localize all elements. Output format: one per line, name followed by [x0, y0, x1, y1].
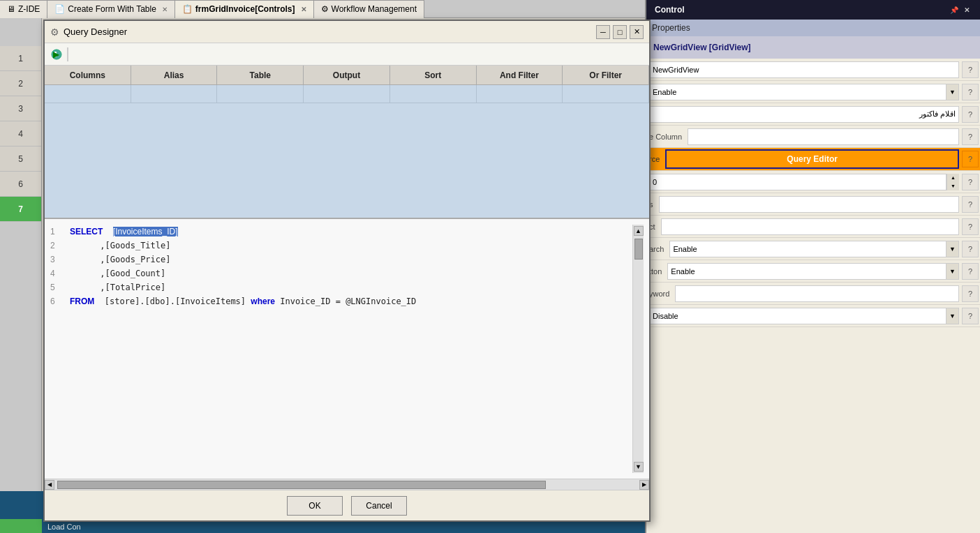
- prop-select-search-arrow[interactable]: ▼: [946, 241, 958, 257]
- cell-1-2[interactable]: [131, 85, 218, 103]
- prop-help-source[interactable]: ?: [962, 151, 979, 167]
- create-form-icon: 📄: [54, 4, 65, 14]
- tab-create-form[interactable]: 📄 Create Form With Table ✕: [47, 0, 175, 18]
- prop-help-field2[interactable]: ?: [962, 218, 979, 235]
- prop-input-number[interactable]: [649, 174, 946, 190]
- prop-value-field1: [656, 195, 963, 214]
- sql-editor[interactable]: 1 2 3 4 5 6 SELECT [InvoiceItems_ID] ,[G…: [45, 219, 649, 479]
- tab-z-ide[interactable]: 🖥 Z-IDE: [0, 0, 47, 18]
- tab-workflow[interactable]: ⚙ Workflow Management: [314, 0, 425, 18]
- prop-help-keyword[interactable]: ?: [962, 285, 979, 302]
- prop-value-status: Disable ▼: [646, 306, 962, 326]
- tab-frm-grid[interactable]: 📋 frmGridInvoice[Controls] ✕: [175, 0, 314, 18]
- cancel-button[interactable]: Cancel: [351, 496, 407, 516]
- prop-help-column[interactable]: ?: [962, 128, 979, 145]
- scroll-right-arrow[interactable]: ▶: [639, 480, 649, 490]
- scroll-up-arrow[interactable]: ▲: [634, 226, 644, 236]
- sql-scrollbar-h[interactable]: ◀ ▶: [45, 479, 649, 490]
- prop-select-button[interactable]: Enable ▼: [667, 263, 959, 280]
- dialog-buttons: OK Cancel: [45, 490, 649, 520]
- properties-panel: Control 📌 ✕ Properties NewGridView [Grid…: [645, 0, 980, 533]
- grid-header: Columns Alias Table Output Sort And Filt…: [45, 66, 649, 85]
- grid-row-1[interactable]: [45, 85, 649, 103]
- prop-value-search: Enable ▼: [667, 239, 962, 259]
- scroll-thumb-v[interactable]: [634, 239, 643, 260]
- prop-select-status-arrow[interactable]: ▼: [946, 308, 958, 324]
- cell-1-3[interactable]: [217, 85, 304, 103]
- cell-1-6[interactable]: [477, 85, 563, 103]
- prop-help-enable[interactable]: ?: [962, 84, 979, 100]
- prop-select-search-text: Enable: [670, 243, 946, 255]
- prop-input-field2[interactable]: [661, 218, 959, 235]
- prop-input-column[interactable]: [688, 128, 959, 145]
- cell-1-4[interactable]: [304, 85, 390, 103]
- prop-help-search[interactable]: ?: [962, 241, 979, 257]
- prop-pin-btn[interactable]: 📌: [949, 5, 959, 15]
- dialog-close-btn[interactable]: ✕: [630, 25, 644, 39]
- grid-rows: [45, 85, 649, 218]
- sql-code[interactable]: SELECT [InvoiceItems_ID] ,[Goods_Title] …: [70, 225, 632, 473]
- prop-value-keyword: [672, 284, 962, 303]
- left-sidebar: 1 2 3 4 5 6 7: [0, 18, 42, 533]
- toolbar-run-btn[interactable]: ▶: [47, 45, 66, 63]
- prop-close-btn[interactable]: ✕: [962, 5, 972, 15]
- tab-close-create-form[interactable]: ✕: [162, 6, 168, 13]
- prop-value-number: ▲ ▼: [646, 172, 962, 192]
- z-ide-icon: 🖥: [7, 4, 15, 14]
- properties-header-btns: 📌 ✕: [949, 5, 972, 15]
- prop-value-button: Enable ▼: [665, 262, 962, 281]
- prop-input-name[interactable]: [649, 61, 959, 78]
- query-designer-dialog: ⚙ Query Designer ─ □ ✕ ▶ Columns: [43, 20, 651, 522]
- prop-value-column: [685, 127, 962, 147]
- prop-help-field1[interactable]: ?: [962, 196, 979, 213]
- row-1: 1: [0, 46, 41, 71]
- prop-input-caption[interactable]: [649, 106, 959, 123]
- query-editor-label: Query Editor: [787, 154, 838, 164]
- frm-grid-icon: 📋: [182, 4, 193, 14]
- workflow-icon: ⚙: [321, 4, 329, 14]
- ok-button[interactable]: OK: [287, 496, 343, 516]
- spinner-down[interactable]: ▼: [947, 182, 959, 190]
- prop-select-enable-arrow[interactable]: ▼: [946, 84, 958, 100]
- status-line-4: Load Con: [47, 523, 639, 531]
- dialog-maximize-btn[interactable]: □: [613, 25, 627, 39]
- scroll-down-arrow[interactable]: ▼: [634, 462, 644, 472]
- prop-value-source: Query Editor: [662, 148, 962, 170]
- cell-1-7[interactable]: [563, 85, 649, 103]
- prop-row-field2: ct ?: [646, 216, 980, 238]
- scroll-left-arrow[interactable]: ◀: [45, 480, 54, 490]
- prop-label-column: e Column: [646, 133, 685, 141]
- prop-help-name[interactable]: ?: [962, 61, 979, 78]
- grid-area: Columns Alias Table Output Sort And Filt…: [45, 66, 649, 219]
- properties-component-title: NewGridView [GridView]: [646, 36, 980, 59]
- prop-help-caption[interactable]: ?: [962, 106, 979, 123]
- prop-input-keyword[interactable]: [675, 285, 959, 302]
- query-editor-button[interactable]: Query Editor: [665, 149, 959, 169]
- cell-1-5[interactable]: [390, 85, 477, 103]
- prop-row-status: Disable ▼ ?: [646, 305, 980, 327]
- sql-area: 1 2 3 4 5 6 SELECT [InvoiceItems_ID] ,[G…: [45, 219, 649, 490]
- col-output: Output: [304, 66, 390, 84]
- toolbar-divider: [67, 47, 68, 61]
- cell-1-1[interactable]: [45, 85, 131, 103]
- prop-select-search[interactable]: Enable ▼: [669, 241, 959, 257]
- prop-help-status[interactable]: ?: [962, 308, 979, 324]
- prop-select-status-text: Disable: [650, 310, 946, 322]
- prop-select-button-arrow[interactable]: ▼: [946, 264, 958, 279]
- spinner-up[interactable]: ▲: [947, 174, 959, 182]
- status-green-bar: [0, 519, 42, 533]
- col-or-filter: Or Filter: [563, 66, 649, 84]
- sql-scrollbar-v[interactable]: ▲ ▼: [632, 225, 644, 473]
- prop-help-button[interactable]: ?: [962, 263, 979, 280]
- prop-select-status[interactable]: Disable ▼: [649, 308, 959, 324]
- line-numbers: 1 2 3 4 5 6: [50, 225, 70, 473]
- prop-input-field1[interactable]: [659, 196, 960, 213]
- prop-help-number[interactable]: ?: [962, 174, 979, 190]
- dialog-minimize-btn[interactable]: ─: [596, 25, 610, 39]
- prop-select-enable[interactable]: Enable ▼: [649, 84, 959, 100]
- row-3: 3: [0, 96, 41, 121]
- properties-header: Control 📌 ✕: [646, 0, 980, 20]
- scroll-thumb-h[interactable]: [57, 481, 546, 489]
- prop-spinner[interactable]: ▲ ▼: [946, 174, 959, 190]
- tab-close-frm-grid[interactable]: ✕: [301, 6, 306, 13]
